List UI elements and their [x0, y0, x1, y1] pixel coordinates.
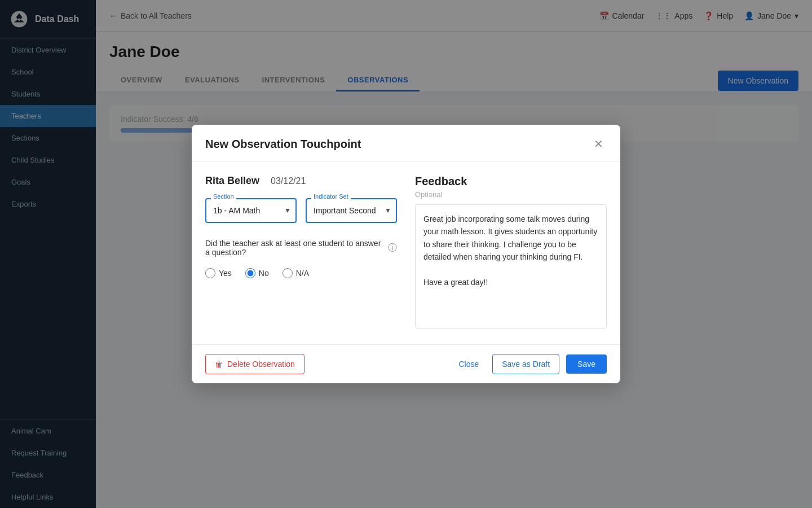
modal-dialog: New Observation Touchpoint ✕ Rita Bellew… — [192, 125, 620, 383]
close-button[interactable]: Close — [452, 354, 486, 374]
radio-yes[interactable]: Yes — [205, 268, 232, 278]
modal-footer: 🗑 Delete Observation Close Save as Draft… — [192, 344, 620, 383]
radio-no-input[interactable] — [245, 268, 255, 278]
modal-body: Rita Bellew 03/12/21 Section 1b - AM Mat… — [192, 161, 620, 344]
delete-observation-button[interactable]: 🗑 Delete Observation — [205, 354, 304, 374]
radio-na[interactable]: N/A — [283, 268, 309, 278]
modal-backdrop: New Observation Touchpoint ✕ Rita Bellew… — [0, 0, 812, 508]
section-select[interactable]: 1b - AM Math — [205, 198, 297, 223]
section-select-wrap: Section 1b - AM Math ▼ — [205, 198, 297, 223]
radio-group: Yes No N/A — [205, 268, 397, 278]
modal-left-column: Rita Bellew 03/12/21 Section 1b - AM Mat… — [205, 175, 397, 331]
feedback-optional-label: Optional — [415, 190, 607, 199]
radio-yes-label: Yes — [219, 269, 232, 278]
help-circle-icon[interactable]: ⓘ — [388, 242, 397, 254]
trash-icon: 🗑 — [215, 360, 223, 369]
modal-close-button[interactable]: ✕ — [590, 136, 607, 152]
radio-no[interactable]: No — [245, 268, 269, 278]
radio-yes-input[interactable] — [205, 268, 215, 278]
dropdowns-row: Section 1b - AM Math ▼ Indicator Set Imp… — [205, 198, 397, 223]
radio-no-label: No — [259, 269, 269, 278]
indicator-set-select[interactable]: Important Secondary Metrics — [306, 198, 397, 223]
radio-na-input[interactable] — [283, 268, 293, 278]
modal-title: New Observation Touchpoint — [205, 138, 361, 151]
question-row: Did the teacher ask at least one student… — [205, 239, 397, 257]
save-draft-button[interactable]: Save as Draft — [492, 354, 559, 374]
question-text: Did the teacher ask at least one student… — [205, 239, 382, 257]
indicator-set-label: Indicator Set — [311, 193, 351, 200]
indicator-set-select-wrap: Indicator Set Important Secondary Metric… — [306, 198, 397, 223]
footer-right-actions: Close Save as Draft Save — [452, 354, 607, 374]
modal-teacher-name: Rita Bellew — [205, 175, 259, 187]
modal-meta: Rita Bellew 03/12/21 — [205, 175, 397, 187]
feedback-label: Feedback — [415, 175, 607, 188]
section-select-label: Section — [211, 193, 236, 200]
modal-header: New Observation Touchpoint ✕ — [192, 125, 620, 161]
modal-date: 03/12/21 — [271, 176, 306, 186]
radio-na-label: N/A — [296, 269, 309, 278]
save-button[interactable]: Save — [566, 354, 607, 374]
modal-right-column: Feedback Optional — [415, 175, 607, 331]
feedback-textarea[interactable] — [415, 204, 607, 329]
